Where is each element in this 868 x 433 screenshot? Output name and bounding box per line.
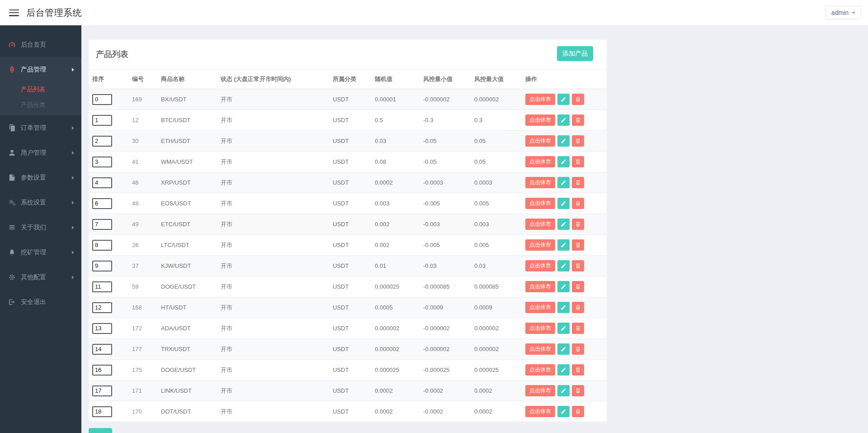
product-category: USDT <box>329 339 371 360</box>
close-market-button[interactable]: 点击休市 <box>525 135 555 147</box>
delete-button[interactable] <box>572 94 584 105</box>
close-market-button[interactable]: 点击休市 <box>525 364 555 376</box>
delete-button[interactable] <box>572 323 584 334</box>
close-market-button[interactable]: 点击休市 <box>525 323 555 334</box>
sidebar-item-label: 系统设置 <box>21 199 72 207</box>
edit-button[interactable] <box>557 177 570 188</box>
sidebar-item-label: 其他配置 <box>21 273 72 281</box>
delete-button[interactable] <box>572 135 584 147</box>
edit-button[interactable] <box>557 281 570 292</box>
sidebar-item-logout[interactable]: 安全退出 <box>0 290 81 314</box>
close-market-button[interactable]: 点击休市 <box>525 385 555 396</box>
sort-input[interactable] <box>92 136 112 147</box>
bell-icon <box>8 248 16 256</box>
sidebar-group-products: B 产品管理 产品列表 产品分类 <box>0 57 81 115</box>
sort-input[interactable] <box>92 198 112 209</box>
edit-button[interactable] <box>557 260 570 271</box>
close-market-button[interactable]: 点击休市 <box>525 281 555 292</box>
sidebar-item-params[interactable]: 参数设置 <box>0 165 81 190</box>
edit-button[interactable] <box>557 323 570 334</box>
product-name: DOT/USDT <box>157 401 217 422</box>
sort-input[interactable] <box>92 94 112 105</box>
close-market-button[interactable]: 点击休市 <box>525 239 555 251</box>
close-market-button[interactable]: 点击休市 <box>525 302 555 313</box>
edit-button[interactable] <box>557 343 570 355</box>
sort-input[interactable] <box>92 219 112 230</box>
sidebar-item-product-list[interactable]: 产品列表 <box>0 82 81 97</box>
sidebar-item-users[interactable]: 用户管理 <box>0 140 81 165</box>
add-product-button[interactable]: 添加产品 <box>557 46 593 61</box>
sort-input[interactable] <box>92 177 112 188</box>
sidebar-item-system[interactable]: 系统设置 <box>0 190 81 215</box>
random-value: 0.003 <box>371 193 420 214</box>
product-id: 169 <box>128 89 157 110</box>
col-header-risk-max: 风控最大值 <box>471 70 522 89</box>
sort-input[interactable] <box>92 240 112 251</box>
sort-input[interactable] <box>92 281 112 292</box>
delete-button[interactable] <box>572 302 584 313</box>
delete-button[interactable] <box>572 156 584 167</box>
close-market-button[interactable]: 点击休市 <box>525 114 555 126</box>
sort-input[interactable] <box>92 261 112 271</box>
edit-button[interactable] <box>557 94 570 105</box>
delete-button[interactable] <box>572 177 584 188</box>
close-market-button[interactable]: 点击休市 <box>525 198 555 209</box>
sort-input[interactable] <box>92 115 112 126</box>
edit-button[interactable] <box>557 156 570 167</box>
close-market-button[interactable]: 点击休市 <box>525 177 555 188</box>
sidebar-item-label: 后台首页 <box>21 41 74 49</box>
product-category: USDT <box>329 89 371 110</box>
close-market-button[interactable]: 点击休市 <box>525 406 555 417</box>
edit-button[interactable] <box>557 302 570 313</box>
table-row: 177 TRX/USDT 开市 USDT 0.000002 -0.000002 … <box>89 339 607 360</box>
chevron-right-icon <box>72 68 74 71</box>
sort-input[interactable] <box>92 406 112 417</box>
product-name: ADA/USDT <box>157 318 217 339</box>
sort-input[interactable] <box>92 302 112 313</box>
sidebar-item-mining[interactable]: 挖矿管理 <box>0 240 81 265</box>
trash-icon <box>575 367 581 373</box>
delete-button[interactable] <box>572 343 584 355</box>
delete-button[interactable] <box>572 260 584 271</box>
delete-button[interactable] <box>572 198 584 209</box>
edit-button[interactable] <box>557 198 570 209</box>
delete-button[interactable] <box>572 219 584 230</box>
sidebar-item-product-category[interactable]: 产品分类 <box>0 97 81 113</box>
sidebar-item-home[interactable]: 后台首页 <box>0 32 81 57</box>
edit-button[interactable] <box>557 135 570 147</box>
edit-button[interactable] <box>557 364 570 376</box>
sort-input[interactable] <box>92 365 112 376</box>
risk-max-value: 0.05 <box>471 131 522 152</box>
close-market-button[interactable]: 点击休市 <box>525 343 555 355</box>
edit-button[interactable] <box>557 385 570 396</box>
close-market-button[interactable]: 点击休市 <box>525 156 555 167</box>
close-market-button[interactable]: 点击休市 <box>525 219 555 230</box>
sort-input[interactable] <box>92 157 112 167</box>
delete-button[interactable] <box>572 114 584 126</box>
delete-button[interactable] <box>572 239 584 251</box>
sidebar-item-about[interactable]: 关于我们 <box>0 215 81 240</box>
sort-input[interactable] <box>92 344 112 355</box>
sort-input[interactable] <box>92 385 112 396</box>
sidebar-item-orders[interactable]: 订单管理 <box>0 115 81 140</box>
user-dropdown[interactable]: admin <box>826 6 861 19</box>
sort-input[interactable] <box>92 323 112 334</box>
sidebar-item-other[interactable]: 其他配置 <box>0 265 81 290</box>
delete-button[interactable] <box>572 364 584 376</box>
delete-button[interactable] <box>572 406 584 417</box>
risk-max-value: 0.005 <box>471 235 522 256</box>
delete-button[interactable] <box>572 281 584 292</box>
bottom-cutoff-button[interactable] <box>89 428 112 433</box>
product-id: 30 <box>128 131 157 152</box>
edit-button[interactable] <box>557 114 570 126</box>
close-market-button[interactable]: 点击休市 <box>525 94 555 105</box>
table-row: 37 KJW/USDT 开市 USDT 0.01 -0.03 0.03 点击休市 <box>89 256 607 276</box>
delete-button[interactable] <box>572 385 584 396</box>
risk-min-value: -0.05 <box>420 152 471 172</box>
close-market-button[interactable]: 点击休市 <box>525 260 555 271</box>
edit-button[interactable] <box>557 219 570 230</box>
sidebar-item-products[interactable]: B 产品管理 <box>0 57 81 82</box>
menu-toggle-icon[interactable] <box>9 10 19 16</box>
edit-button[interactable] <box>557 406 570 417</box>
edit-button[interactable] <box>557 239 570 251</box>
